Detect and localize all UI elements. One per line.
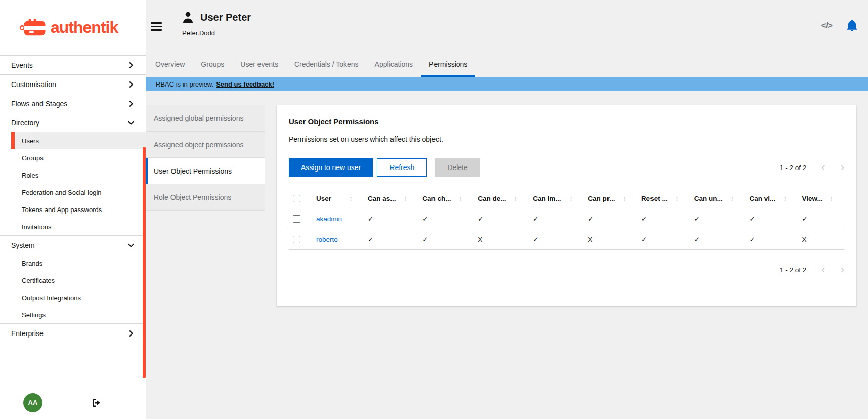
tab-permissions[interactable]: Permissions (421, 53, 475, 77)
chevron-right-icon (127, 62, 135, 69)
tab-groups[interactable]: Groups (193, 53, 232, 77)
authentik-logo-icon (19, 19, 47, 37)
sidebar-item-customisation[interactable]: Customisation (0, 75, 146, 94)
sidebar-item-label: Federation and Social login (22, 189, 102, 196)
sort-icon[interactable]: ↕ (404, 194, 407, 202)
sidebar-item-certificates[interactable]: Certificates (0, 272, 146, 289)
sort-icon[interactable]: ↕ (349, 194, 353, 202)
pagination-label: 1 - 2 of 2 (779, 164, 806, 172)
sidebar-item-label: Customisation (11, 80, 56, 89)
sort-icon[interactable]: ↕ (731, 194, 734, 202)
delete-button[interactable]: Delete (435, 158, 480, 177)
sidebar-item-events[interactable]: Events (0, 56, 146, 74)
api-code-icon[interactable]: </> (821, 21, 832, 31)
sidebar-item-tokens[interactable]: Tokens and App passwords (0, 201, 146, 218)
brand-logo[interactable]: authentik (0, 0, 146, 55)
sidebar-nav: Events Customisation Flows and Stages Di… (0, 55, 146, 343)
sidebar-item-enterprise[interactable]: Enterprise (0, 324, 146, 343)
sidebar-item-system[interactable]: System (0, 236, 146, 255)
permission-value: X (798, 229, 844, 250)
column-header: User (316, 195, 331, 202)
table-row: roberto ✓ ✓ X ✓ X ✓ ✓ ✓ X (289, 229, 844, 250)
select-all-checkbox[interactable] (293, 195, 300, 202)
permission-value: X (584, 229, 637, 250)
sidebar-item-roles[interactable]: Roles (0, 166, 146, 184)
subtab-role-object-permissions[interactable]: Role Object Permissions (146, 184, 265, 211)
hamburger-menu-icon[interactable] (151, 22, 162, 33)
content-area: Assigned global permissions Assigned obj… (146, 91, 868, 419)
sidebar-scrollbar[interactable] (143, 147, 146, 378)
column-header: Can de... (478, 195, 506, 202)
sort-icon[interactable]: ↕ (830, 194, 833, 202)
sort-icon[interactable]: ↕ (783, 194, 787, 202)
sidebar-item-directory[interactable]: Directory (0, 113, 146, 132)
permission-value: ✓ (364, 208, 418, 229)
sort-icon[interactable]: ↕ (569, 194, 573, 202)
chevron-right-icon (127, 330, 135, 337)
app-window: authentik Events Customisation Flows and… (0, 0, 868, 419)
sidebar-item-outpost-integrations[interactable]: Outpost Integrations (0, 289, 146, 306)
sidebar-item-brands[interactable]: Brands (0, 255, 146, 272)
sidebar-item-groups[interactable]: Groups (0, 149, 146, 166)
pagination-next-button[interactable]: › (841, 264, 844, 275)
permission-subtabs: Assigned global permissions Assigned obj… (146, 105, 265, 211)
permission-value: ✓ (798, 208, 844, 229)
permission-value: ✓ (637, 229, 690, 250)
tab-user-events[interactable]: User events (232, 53, 286, 77)
assign-to-new-user-button[interactable]: Assign to new user (289, 158, 373, 177)
main-area: User Peter Peter.Dodd </> Overview Group… (146, 0, 868, 419)
sort-icon[interactable]: ↕ (514, 194, 517, 202)
subtab-label: Assigned global permissions (154, 114, 243, 122)
sidebar-item-label: System (11, 241, 35, 249)
avatar[interactable]: AA (23, 393, 42, 412)
pagination-prev-button[interactable]: ‹ (821, 162, 825, 173)
sidebar-item-users[interactable]: Users (11, 132, 146, 149)
refresh-button[interactable]: Refresh (377, 158, 427, 177)
user-link-akadmin[interactable]: akadmin (316, 215, 342, 223)
tab-overview[interactable]: Overview (147, 53, 193, 77)
sidebar-item-federation[interactable]: Federation and Social login (0, 184, 146, 201)
subtab-label: Role Object Permissions (154, 193, 231, 201)
table-row: akadmin ✓ ✓ ✓ ✓ ✓ ✓ ✓ ✓ ✓ (289, 208, 844, 229)
pagination-prev-button[interactable]: ‹ (821, 264, 825, 275)
column-header: Can un... (694, 195, 723, 202)
sort-icon[interactable]: ↕ (623, 194, 626, 202)
permission-value: ✓ (473, 208, 529, 229)
sidebar-item-label: Settings (22, 311, 46, 319)
row-checkbox[interactable] (293, 215, 300, 223)
sidebar-item-label: Outpost Integrations (22, 294, 81, 302)
sidebar-item-label: Enterprise (11, 329, 44, 338)
rbac-preview-banner: RBAC is in preview. Send us feedback! (146, 77, 868, 91)
subtab-assigned-object-permissions[interactable]: Assigned object permissions (146, 132, 265, 158)
permission-value: ✓ (529, 229, 584, 250)
chevron-right-icon (127, 81, 135, 88)
notification-bell-icon[interactable] (847, 20, 857, 31)
sidebar-item-label: Flows and Stages (11, 100, 67, 108)
permission-value: ✓ (418, 229, 473, 250)
pagination-next-button[interactable]: › (841, 162, 844, 173)
subtab-assigned-global-permissions[interactable]: Assigned global permissions (146, 105, 265, 132)
sidebar-item-settings[interactable]: Settings (0, 306, 146, 323)
user-link-roberto[interactable]: roberto (316, 236, 338, 243)
sidebar: authentik Events Customisation Flows and… (0, 0, 146, 419)
table-toolbar: Assign to new user Refresh Delete 1 - 2 … (289, 158, 844, 177)
sort-icon[interactable]: ↕ (675, 194, 679, 202)
sign-out-icon[interactable] (91, 398, 101, 408)
banner-text: RBAC is in preview. (156, 80, 213, 88)
tab-credentials-tokens[interactable]: Credentials / Tokens (286, 53, 367, 77)
tab-label: Credentials / Tokens (294, 60, 359, 68)
tab-applications[interactable]: Applications (367, 53, 421, 77)
permission-value: ✓ (690, 229, 746, 250)
sidebar-item-invitations[interactable]: Invitations (0, 218, 146, 235)
send-feedback-link[interactable]: Send us feedback! (216, 80, 274, 88)
subtab-user-object-permissions[interactable]: User Object Permissions (146, 158, 265, 184)
permission-value: ✓ (364, 229, 418, 250)
sidebar-item-flows-and-stages[interactable]: Flows and Stages (0, 94, 146, 113)
card-description: Permissions set on users which affect th… (289, 135, 844, 143)
sort-icon[interactable]: ↕ (459, 194, 462, 202)
tab-label: Overview (155, 60, 185, 68)
row-checkbox[interactable] (293, 236, 300, 243)
permission-value: ✓ (637, 208, 690, 229)
tab-label: Permissions (429, 60, 467, 68)
permission-value: ✓ (418, 208, 473, 229)
